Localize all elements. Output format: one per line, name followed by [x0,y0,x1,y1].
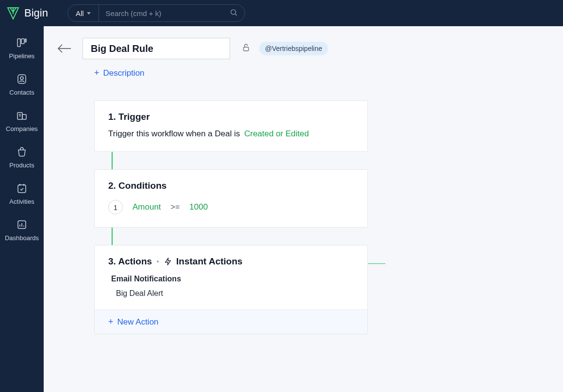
svg-rect-11 [18,185,26,193]
action-item[interactable]: Big Deal Alert [116,289,354,298]
search-filter-label: All [76,9,84,17]
search-input-container [99,5,245,21]
rule-title-input[interactable] [83,38,230,59]
flow-connector [112,228,113,245]
search-input[interactable] [106,9,230,17]
trigger-event: Created or Edited [244,129,309,138]
trigger-text: Trigger this workflow when a Deal is Cre… [108,129,354,139]
conditions-heading: 2. Conditions [108,180,354,191]
sidebar-item-activities[interactable]: Activities [0,182,44,205]
instant-actions-label: Instant Actions [164,256,243,267]
sidebar-item-contacts[interactable]: Contacts [0,73,44,96]
condition-row: 1 Amount >= 1000 [108,200,354,214]
svg-rect-5 [18,75,26,83]
trigger-prefix: Trigger this workflow when a Deal is [108,129,240,138]
condition-operator: >= [171,203,180,212]
plus-icon: + [108,317,114,327]
actions-side-branch [368,263,385,264]
unlock-icon[interactable] [242,43,250,54]
back-button[interactable] [55,41,74,58]
sidebar-item-label: Companies [6,125,38,132]
actions-card[interactable]: 3. Actions Instant Actions Email Notific… [94,245,368,334]
sidebar-item-pipelines[interactable]: Pipelines [0,37,44,60]
actions-title-row: 3. Actions Instant Actions [108,256,354,267]
svg-point-0 [231,9,235,14]
sidebar: Pipelines Contacts Companies Products Ac… [0,26,44,392]
dashboards-icon [16,219,28,230]
condition-field: Amount [132,202,161,212]
brand-logo-icon [7,6,19,20]
trigger-card[interactable]: 1. Trigger Trigger this workflow when a … [94,100,368,152]
brand-logo[interactable]: Bigin [7,6,58,20]
workflow-flow: 1. Trigger Trigger this workflow when a … [94,100,368,334]
activities-icon [16,182,28,194]
companies-icon [16,110,28,121]
search-filter-dropdown[interactable]: All [68,5,99,21]
arrow-left-icon [57,43,72,54]
branch-line-icon [368,263,385,264]
condition-value: 1000 [189,202,208,212]
sidebar-item-companies[interactable]: Companies [0,110,44,132]
new-action-label: New Action [117,317,159,327]
sidebar-item-dashboards[interactable]: Dashboards [0,219,44,242]
main-content: @Vertriebspipeline + Description 1. Trig… [44,26,563,392]
plus-icon: + [94,68,99,78]
action-group-heading: Email Notifications [111,275,354,283]
actions-heading: 3. Actions [108,256,152,267]
contacts-icon [16,73,28,85]
separator-dot [157,261,159,262]
products-icon [16,146,28,158]
chevron-down-icon [87,12,91,15]
sidebar-item-products[interactable]: Products [0,146,44,169]
topbar: Bigin All [0,0,563,26]
add-description-button[interactable]: + Description [94,68,544,78]
brand-name: Bigin [24,7,48,19]
sidebar-item-label: Pipelines [9,52,35,60]
search-group: All [67,4,245,22]
svg-rect-3 [21,39,24,44]
sidebar-item-label: Dashboards [5,234,39,242]
svg-line-1 [235,14,236,15]
search-icon[interactable] [230,8,238,18]
svg-rect-2 [17,39,20,47]
add-description-label: Description [103,68,145,78]
sidebar-item-label: Contacts [9,89,34,96]
conditions-card[interactable]: 2. Conditions 1 Amount >= 1000 [94,169,368,228]
new-action-button[interactable]: + New Action [95,310,367,334]
lightning-icon [164,257,172,266]
rule-header: @Vertriebspipeline [55,38,544,59]
sidebar-item-label: Activities [9,198,34,205]
trigger-heading: 1. Trigger [108,112,354,122]
flow-connector [112,152,113,169]
pipelines-icon [16,37,28,49]
svg-rect-4 [25,39,26,42]
condition-index: 1 [108,200,123,214]
sidebar-item-label: Products [9,162,34,169]
svg-rect-14 [244,47,249,51]
svg-rect-8 [22,114,26,119]
svg-point-6 [20,77,23,80]
pipeline-chip[interactable]: @Vertriebspipeline [259,42,328,55]
